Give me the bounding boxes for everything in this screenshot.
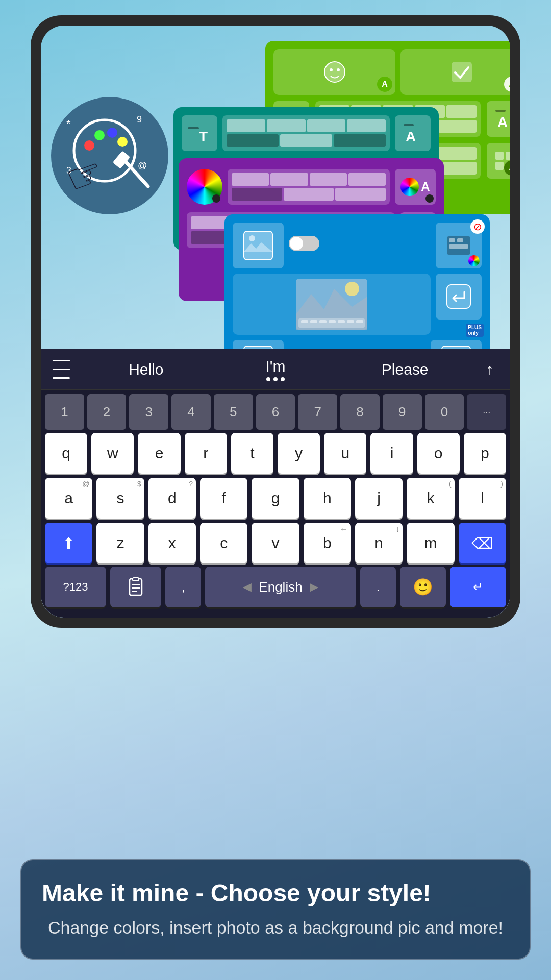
key-m[interactable]: m — [407, 523, 454, 564]
svg-rect-33 — [449, 244, 468, 249]
key-n[interactable]: ↓n — [355, 523, 403, 564]
svg-rect-38 — [310, 320, 317, 323]
key-enter[interactable]: ↵ — [450, 567, 506, 607]
bottom-banner: Make it mine - Choose your style! Change… — [20, 859, 531, 960]
key-comma[interactable]: , — [165, 567, 201, 607]
key-8[interactable]: 8 — [340, 394, 380, 430]
blue-kbd-color-icon: ⊘ — [436, 223, 482, 268]
key-v[interactable]: v — [252, 523, 299, 564]
teal-a-icon: A — [395, 115, 431, 151]
svg-point-12 — [330, 68, 333, 71]
background: * 9 3 @ ☞ — [0, 0, 551, 980]
badge-a: A — [377, 77, 392, 92]
svg-text:A: A — [497, 114, 508, 129]
key-rows: q w e r t y u i o p @a $s — [41, 430, 510, 567]
phone-device: * 9 3 @ ☞ — [31, 15, 520, 628]
key-row-1: q w e r t y u i o p — [45, 433, 506, 474]
purple-palette-icon — [187, 169, 222, 205]
key-p[interactable]: p — [464, 433, 506, 474]
plus-only-badge: PLUSonly — [466, 324, 484, 337]
key-6[interactable]: 6 — [256, 394, 295, 430]
svg-rect-21 — [495, 162, 504, 170]
themes-container: A A — [173, 41, 510, 357]
key-language[interactable]: ◀ English ▶ — [205, 567, 356, 607]
key-4[interactable]: 4 — [171, 394, 211, 430]
key-clipboard[interactable] — [110, 567, 161, 607]
svg-text:@: @ — [138, 160, 147, 170]
suggestion-im[interactable]: I'm — [211, 349, 341, 389]
svg-rect-43 — [356, 320, 363, 323]
app-icon: * 9 3 @ ☞ — [51, 97, 168, 214]
purple-kbd-preview — [228, 169, 390, 205]
blue-return-icon: PLUSonly — [436, 274, 482, 335]
svg-rect-42 — [347, 320, 354, 323]
key-o[interactable]: o — [417, 433, 460, 474]
phone-screen: * 9 3 @ ☞ — [41, 26, 510, 618]
blue-toggle1[interactable] — [289, 236, 319, 251]
key-5[interactable]: 5 — [214, 394, 253, 430]
key-1[interactable]: 1 — [45, 394, 84, 430]
key-z[interactable]: z — [96, 523, 144, 564]
key-y[interactable]: y — [278, 433, 320, 474]
key-d[interactable]: ?d — [148, 478, 196, 519]
green-top-icons: A A — [273, 49, 510, 95]
key-c[interactable]: c — [200, 523, 247, 564]
blue-toggle-row — [289, 236, 431, 255]
svg-rect-32 — [457, 238, 463, 242]
key-period[interactable]: . — [360, 567, 396, 607]
language-label: English — [259, 579, 302, 595]
suggestion-hello[interactable]: Hello — [82, 349, 211, 389]
svg-text:A: A — [406, 129, 416, 143]
banner-title: Make it mine - Choose your style! — [42, 878, 509, 908]
green-check-icon: A — [400, 49, 510, 95]
key-dots[interactable]: ··· — [467, 394, 506, 430]
key-emoji[interactable]: 🙂 — [400, 567, 446, 607]
key-t[interactable]: t — [231, 433, 273, 474]
key-h[interactable]: h — [304, 478, 351, 519]
badge-check: A — [504, 77, 510, 92]
app-icon-art: * 9 3 @ ☞ — [61, 107, 158, 204]
svg-rect-40 — [329, 320, 336, 323]
menu-button[interactable] — [41, 358, 82, 381]
key-row-3: ⬆ z x c v ←b ↓n m ⌫ — [45, 523, 506, 564]
svg-point-4 — [117, 137, 128, 147]
key-s[interactable]: $s — [96, 478, 144, 519]
key-3[interactable]: 3 — [129, 394, 168, 430]
key-q[interactable]: q — [45, 433, 87, 474]
svg-text:T: T — [199, 129, 208, 143]
svg-rect-31 — [449, 238, 455, 242]
keyboard-area: Hello I'm Please ↑ 1 2 — [41, 349, 510, 618]
key-x[interactable]: x — [148, 523, 196, 564]
banner-subtitle: Change colors, insert photo as a backgro… — [42, 916, 509, 940]
key-2[interactable]: 2 — [87, 394, 127, 430]
key-9[interactable]: 9 — [383, 394, 422, 430]
key-i[interactable]: i — [370, 433, 413, 474]
key-u[interactable]: u — [324, 433, 366, 474]
key-r[interactable]: r — [185, 433, 227, 474]
key-w[interactable]: w — [91, 433, 134, 474]
key-l[interactable]: )l — [459, 478, 506, 519]
key-k[interactable]: (k — [407, 478, 454, 519]
svg-rect-19 — [495, 152, 504, 160]
key-shift[interactable]: ⬆ — [45, 523, 92, 564]
key-backspace[interactable]: ⌫ — [459, 523, 506, 564]
key-7[interactable]: 7 — [298, 394, 337, 430]
svg-rect-41 — [338, 320, 345, 323]
key-g[interactable]: g — [252, 478, 299, 519]
green-grid-icon: A — [487, 143, 510, 179]
key-e[interactable]: e — [138, 433, 180, 474]
key-numbers[interactable]: ?123 — [45, 567, 106, 607]
svg-point-3 — [107, 128, 117, 138]
key-0[interactable]: 0 — [425, 394, 464, 430]
svg-rect-54 — [133, 578, 139, 581]
key-f[interactable]: f — [200, 478, 247, 519]
key-j[interactable]: j — [355, 478, 403, 519]
theme-card-blue: ⊘ — [224, 214, 490, 357]
key-row-2: @a $s ?d f g h j (k )l — [45, 478, 506, 519]
suggestion-please[interactable]: Please — [340, 349, 469, 389]
key-a[interactable]: @a — [45, 478, 92, 519]
svg-rect-44 — [447, 285, 470, 308]
svg-point-13 — [337, 68, 340, 71]
key-b[interactable]: ←b — [304, 523, 351, 564]
up-arrow-button[interactable]: ↑ — [469, 361, 510, 378]
